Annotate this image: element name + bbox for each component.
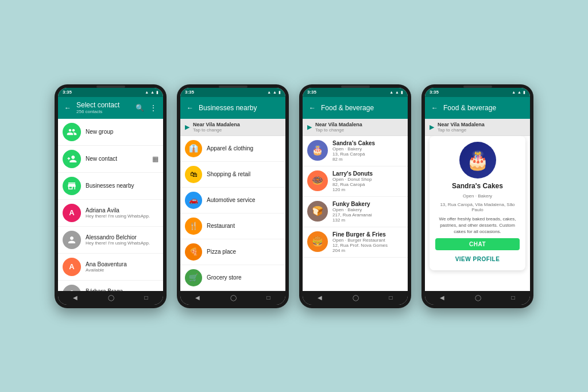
- back-button-1[interactable]: ←: [63, 103, 73, 113]
- time-2: 3:35: [185, 90, 194, 95]
- more-button-1[interactable]: ⋮: [148, 103, 158, 113]
- new-group-item[interactable]: New group: [58, 119, 163, 146]
- alessandro-subtitle: Hey there! I'm using WhatsApp.: [86, 240, 158, 246]
- nav-bar-4: ◀ ◯ □: [425, 291, 530, 305]
- biz-sandras-cakes[interactable]: 🎂 Sandra's Cakes Open · Bakery 13, Rua C…: [303, 136, 408, 166]
- ana-subtitle: Available: [86, 267, 158, 273]
- battery-icon-2: ▮: [278, 90, 281, 95]
- new-contact-content: New contact: [86, 156, 148, 162]
- chat-button[interactable]: CHAT: [435, 238, 520, 250]
- nav-bar-2: ◀ ◯ □: [180, 291, 285, 305]
- location-tap-3: Tap to change: [315, 127, 403, 133]
- ana-name: Ana Boaventura: [86, 261, 158, 267]
- ana-avatar: A: [63, 258, 81, 276]
- wifi-icon-3: ▲: [395, 90, 399, 94]
- ana-content: Ana Boaventura Available: [86, 261, 158, 273]
- larrys-donuts-status: Open · Donut Shop: [332, 177, 403, 182]
- fine-burger-name: Fine Burger & Fries: [332, 231, 403, 238]
- location-text-2: Near Vila Madalena Tap to change: [193, 122, 281, 133]
- phone-1: 3:35 ▲ ▲ ▮ ← Select contact 256 contacts…: [55, 84, 167, 308]
- biz-larrys-donuts[interactable]: 🍩 Larry's Donuts Open · Donut Shop 82, R…: [303, 166, 408, 197]
- sandras-cakes-distance: 82 m: [332, 157, 403, 162]
- biz-funky-bakery[interactable]: 🍞 Funky Bakery Open · Bakery 217, Rua Ar…: [303, 197, 408, 227]
- nav-recent-3[interactable]: □: [389, 294, 393, 301]
- automotive-label: Automotive service: [207, 197, 255, 203]
- search-button-1[interactable]: 🔍: [134, 103, 145, 113]
- status-icons-2: ▲ ▲ ▮: [267, 90, 281, 95]
- nav-home-3[interactable]: ◯: [353, 294, 359, 301]
- funky-bakery-name: Funky Bakery: [332, 201, 403, 207]
- status-icons-1: ▲ ▲ ▮: [145, 90, 158, 95]
- larrys-donuts-avatar: 🍩: [307, 170, 328, 191]
- nav-recent-1[interactable]: □: [145, 294, 148, 301]
- app-title-1: Select contact: [76, 101, 131, 109]
- location-icon-4: ▶: [430, 123, 434, 131]
- alessandro-avatar: [63, 231, 81, 249]
- business-list: 🎂 Sandra's Cakes Open · Bakery 13, Rua C…: [303, 136, 408, 291]
- nav-home-2[interactable]: ◯: [230, 294, 237, 301]
- time-4: 3:35: [430, 90, 439, 95]
- phone-4: 3:35 ▲ ▲ ▮ ← Food & beverage ▶ Near Vila…: [421, 84, 533, 308]
- status-bar-3: 3:35 ▲ ▲ ▮: [303, 88, 408, 97]
- signal-icon-4: ▲: [512, 90, 516, 94]
- app-bar-2: ← Businesses nearby: [180, 97, 285, 119]
- fine-burger-status: Open · Burger Restaurant: [332, 238, 403, 243]
- nav-home-4[interactable]: ◯: [475, 294, 481, 301]
- larrys-donuts-distance: 120 m: [332, 187, 403, 192]
- category-apparel[interactable]: 👔 Apparel & clothing: [180, 136, 285, 162]
- category-automotive[interactable]: 🚗 Automotive service: [180, 188, 285, 214]
- automotive-icon: 🚗: [185, 192, 202, 209]
- category-pizza[interactable]: 🍕 Pizza place: [180, 239, 285, 265]
- fine-burger-avatar: 🍔: [307, 231, 328, 252]
- nav-recent-4[interactable]: □: [512, 294, 515, 301]
- new-contact-item[interactable]: New contact ▦: [58, 146, 163, 173]
- nav-back-3[interactable]: ◀: [318, 294, 322, 301]
- location-bar-3[interactable]: ▶ Near Vila Madalena Tap to change: [303, 119, 408, 136]
- detail-scroll: 🎂 Sandra's Cakes Open · Bakery 13, Rua C…: [425, 136, 530, 291]
- status-icons-4: ▲ ▲ ▮: [512, 90, 525, 95]
- back-button-4[interactable]: ←: [430, 103, 440, 113]
- nav-back-4[interactable]: ◀: [440, 294, 444, 301]
- contact-ana[interactable]: A Ana Boaventura Available: [58, 254, 163, 281]
- location-icon-2: ▶: [185, 123, 189, 131]
- nav-back-1[interactable]: ◀: [73, 294, 78, 301]
- sandras-cakes-status: Open · Bakery: [332, 146, 403, 152]
- qr-icon: ▦: [152, 155, 158, 163]
- app-title-4: Food & beverage: [443, 104, 525, 112]
- contact-barbara[interactable]: Bárbara Braga Hey there! I'm using Whats…: [58, 281, 163, 291]
- sandras-cakes-address: 13, Rua Caropá: [332, 152, 403, 157]
- back-button-2[interactable]: ←: [185, 103, 195, 113]
- battery-icon-4: ▮: [523, 90, 525, 95]
- adriana-subtitle: Hey there! I'm using WhatsApp.: [86, 214, 158, 219]
- back-button-3[interactable]: ←: [307, 103, 318, 113]
- location-bar-4[interactable]: ▶ Near Vila Madalena Tap to change: [425, 119, 530, 136]
- detail-biz-address: 13, Rua Caropá, Vila Madalena, São Paulo: [435, 202, 520, 212]
- location-bar-2[interactable]: ▶ Near Vila Madalena Tap to change: [180, 119, 285, 136]
- contact-adriana[interactable]: A Adriana Ávila Hey there! I'm using Wha…: [58, 200, 163, 227]
- adriana-name: Adriana Ávila: [86, 207, 158, 214]
- view-profile-button[interactable]: VIEW PROFILE: [435, 254, 520, 265]
- category-shopping[interactable]: 🛍 Shopping & retail: [180, 162, 285, 188]
- nav-recent-2[interactable]: □: [267, 294, 270, 301]
- app-subtitle-1: 256 contacts: [76, 109, 131, 114]
- businesses-nearby-item[interactable]: Businesses nearby: [58, 173, 163, 200]
- location-tap-4: Tap to change: [438, 127, 525, 133]
- nav-home-1[interactable]: ◯: [108, 294, 114, 301]
- status-bar-4: 3:35 ▲ ▲ ▮: [425, 88, 530, 97]
- category-restaurant[interactable]: 🍴 Restaurant: [180, 214, 285, 239]
- location-name-2: Near Vila Madalena: [193, 122, 281, 127]
- biz-fine-burger[interactable]: 🍔 Fine Burger & Fries Open · Burger Rest…: [303, 227, 408, 258]
- detail-biz-status: Open · Bakery: [463, 193, 492, 199]
- location-text-3: Near Vila Madalena Tap to change: [315, 122, 403, 133]
- location-text-4: Near Vila Madalena Tap to change: [438, 122, 525, 133]
- wifi-icon-2: ▲: [273, 90, 277, 94]
- category-grocery[interactable]: 🛒 Grocery store: [180, 265, 285, 291]
- new-contact-label: New contact: [86, 156, 148, 162]
- time-1: 3:35: [63, 90, 72, 95]
- contact-alessandro[interactable]: Alessandro Belchior Hey there! I'm using…: [58, 227, 163, 254]
- new-group-content: New group: [86, 129, 158, 135]
- nav-back-2[interactable]: ◀: [195, 294, 200, 301]
- funky-bakery-status: Open · Bakery: [332, 207, 403, 212]
- restaurant-icon: 🍴: [185, 218, 202, 235]
- sandras-cakes-avatar: 🎂: [307, 140, 328, 161]
